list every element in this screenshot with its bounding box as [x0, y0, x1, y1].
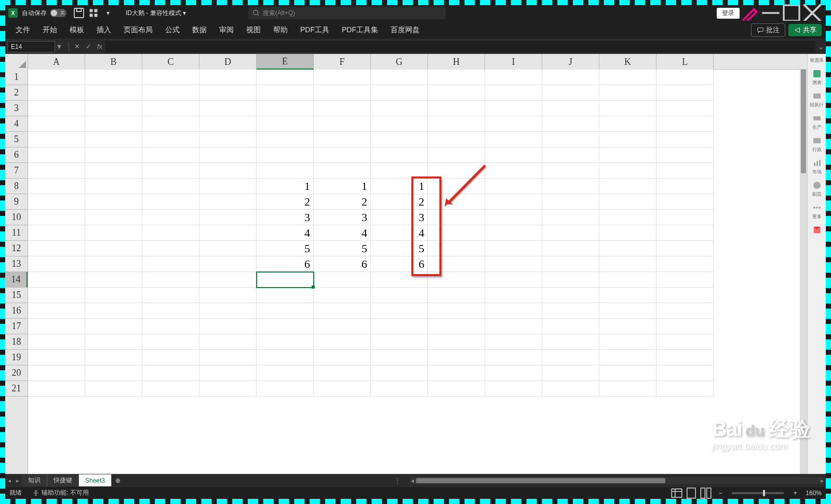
cell-D18[interactable] — [199, 334, 257, 350]
cell-D11[interactable] — [199, 225, 257, 241]
cell-K12[interactable] — [599, 241, 656, 256]
cell-L18[interactable] — [656, 334, 714, 350]
cell-H4[interactable] — [428, 116, 485, 132]
tab-pdftoolset[interactable]: PDF工具集 — [336, 21, 384, 39]
cell-H11[interactable] — [428, 225, 485, 241]
cell-D12[interactable] — [199, 241, 257, 256]
login-button[interactable]: 登录 — [717, 8, 740, 19]
zoom-in-button[interactable]: + — [788, 488, 802, 498]
col-header-G[interactable]: G — [371, 54, 428, 70]
tab-file[interactable]: 文件 — [9, 21, 36, 39]
cell-E9[interactable]: 2 — [257, 194, 314, 210]
row-header-3[interactable]: 3 — [5, 101, 28, 116]
cell-A17[interactable] — [28, 319, 85, 334]
cell-G4[interactable] — [371, 116, 428, 132]
cell-G12[interactable]: 5 — [371, 241, 428, 256]
cell-H1[interactable] — [428, 70, 485, 85]
cell-K13[interactable] — [599, 256, 656, 272]
cell-A21[interactable] — [28, 381, 85, 397]
row-header-6[interactable]: 6 — [5, 147, 28, 163]
cell-E19[interactable] — [257, 350, 314, 365]
cell-J20[interactable] — [542, 365, 599, 381]
cell-G3[interactable] — [371, 101, 428, 116]
cell-K21[interactable] — [599, 381, 656, 397]
cell-I10[interactable] — [485, 210, 542, 225]
cell-J9[interactable] — [542, 194, 599, 210]
zoom-slider[interactable] — [732, 492, 784, 494]
cell-D10[interactable] — [199, 210, 257, 225]
cell-F11[interactable]: 4 — [314, 225, 371, 241]
row-header-9[interactable]: 9 — [5, 194, 28, 210]
cell-K15[interactable] — [599, 288, 656, 303]
cell-G1[interactable] — [371, 70, 428, 85]
cell-J7[interactable] — [542, 163, 599, 179]
cell-E1[interactable] — [257, 70, 314, 85]
cell-A2[interactable] — [28, 85, 85, 101]
comment-button[interactable]: 批注 — [751, 23, 785, 37]
cell-F5[interactable] — [314, 132, 371, 147]
cell-D1[interactable] — [199, 70, 257, 85]
cell-I12[interactable] — [485, 241, 542, 256]
row-header-4[interactable]: 4 — [5, 116, 28, 132]
maximize-button[interactable] — [781, 5, 802, 21]
cell-L12[interactable] — [656, 241, 714, 256]
cell-E7[interactable] — [257, 163, 314, 179]
cell-L4[interactable] — [656, 116, 714, 132]
cell-D17[interactable] — [199, 319, 257, 334]
col-header-A[interactable]: A — [28, 54, 85, 70]
cell-H9[interactable] — [428, 194, 485, 210]
row-header-21[interactable]: 21 — [5, 381, 28, 397]
cell-K19[interactable] — [599, 350, 656, 365]
cell-E15[interactable] — [257, 288, 314, 303]
cell-H2[interactable] — [428, 85, 485, 101]
cell-E12[interactable]: 5 — [257, 241, 314, 256]
cell-C16[interactable] — [142, 303, 199, 319]
cell-B4[interactable] — [85, 116, 142, 132]
row-header-20[interactable]: 20 — [5, 365, 28, 381]
row-header-1[interactable]: 1 — [5, 70, 28, 85]
cell-A8[interactable] — [28, 179, 85, 194]
cell-L11[interactable] — [656, 225, 714, 241]
cell-F9[interactable]: 2 — [314, 194, 371, 210]
cell-I5[interactable] — [485, 132, 542, 147]
cell-L16[interactable] — [656, 303, 714, 319]
cell-E11[interactable]: 4 — [257, 225, 314, 241]
sheet-tab-1[interactable]: 快捷键 — [47, 474, 79, 487]
cell-H6[interactable] — [428, 147, 485, 163]
cell-B6[interactable] — [85, 147, 142, 163]
cell-L7[interactable] — [656, 163, 714, 179]
row-header-12[interactable]: 12 — [5, 241, 28, 256]
tab-review[interactable]: 审阅 — [213, 21, 240, 39]
cell-G18[interactable] — [371, 334, 428, 350]
cell-G19[interactable] — [371, 350, 428, 365]
row-header-11[interactable]: 11 — [5, 225, 28, 241]
cell-K16[interactable] — [599, 303, 656, 319]
cell-F8[interactable]: 1 — [314, 179, 371, 194]
cell-K5[interactable] — [599, 132, 656, 147]
cell-L20[interactable] — [656, 365, 714, 381]
cancel-formula-icon[interactable]: ✕ — [71, 41, 83, 52]
cell-H18[interactable] — [428, 334, 485, 350]
cell-I14[interactable] — [485, 272, 542, 288]
qat-overflow-icon[interactable] — [87, 7, 100, 19]
cell-C3[interactable] — [142, 101, 199, 116]
cell-K20[interactable] — [599, 365, 656, 381]
sheet-tab-2[interactable]: Sheet3 — [79, 474, 112, 487]
add-sheet-button[interactable]: ⊕ — [112, 477, 124, 484]
autosave-toggle[interactable]: 关 — [50, 9, 66, 17]
cell-D20[interactable] — [199, 365, 257, 381]
cell-J19[interactable] — [542, 350, 599, 365]
cell-D9[interactable] — [199, 194, 257, 210]
cell-B3[interactable] — [85, 101, 142, 116]
cell-K18[interactable] — [599, 334, 656, 350]
cell-H10[interactable] — [428, 210, 485, 225]
cell-G16[interactable] — [371, 303, 428, 319]
cell-H8[interactable] — [428, 179, 485, 194]
tab-pagelayout[interactable]: 页面布局 — [117, 21, 159, 39]
cell-G8[interactable]: 1 — [371, 179, 428, 194]
cell-G11[interactable]: 4 — [371, 225, 428, 241]
cell-H17[interactable] — [428, 319, 485, 334]
row-header-13[interactable]: 13 — [5, 256, 28, 272]
cell-B18[interactable] — [85, 334, 142, 350]
cell-J3[interactable] — [542, 101, 599, 116]
